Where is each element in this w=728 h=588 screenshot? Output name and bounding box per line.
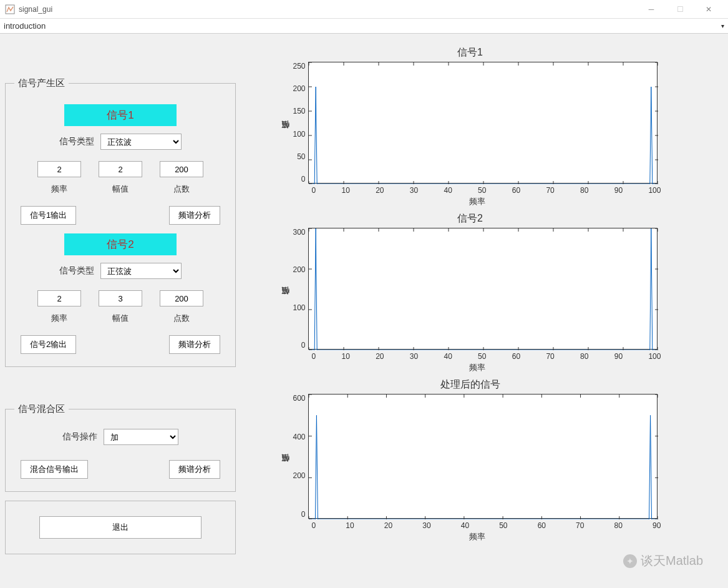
- menubar: introduction ▾: [0, 19, 728, 34]
- chart-title: 信号1: [457, 46, 483, 59]
- signal2-type-select[interactable]: 正弦波: [100, 263, 182, 279]
- maximize-button[interactable]: ☐: [666, 0, 694, 19]
- signal1-spectrum-button[interactable]: 频谱分析: [169, 206, 220, 225]
- mix-op-label: 信号操作: [62, 431, 97, 443]
- chart-yticks: 3002001000: [293, 228, 308, 350]
- titlebar: signal_gui ─ ☐ ✕: [0, 0, 728, 19]
- chart-0: 信号1幅值25020015010050001020304050607080901…: [248, 46, 692, 207]
- signal2-freq-label: 频率: [51, 313, 67, 324]
- window-title: signal_gui: [19, 5, 52, 14]
- chart-title: 处理后的信号: [440, 378, 500, 391]
- signal-generation-panel: 信号产生区 信号1 信号类型 正弦波 频率 幅值: [5, 77, 236, 367]
- chart-plot-area: [308, 62, 658, 184]
- signal2-amp-label: 幅值: [112, 313, 129, 324]
- exit-panel: 退出: [5, 501, 236, 554]
- exit-button[interactable]: 退出: [39, 516, 201, 539]
- chart-plot-area: [308, 228, 658, 350]
- signal-generation-legend: 信号产生区: [14, 77, 69, 89]
- signal1-freq-input[interactable]: [37, 161, 81, 177]
- signal-mix-panel: 信号混合区 信号操作 加 混合信号输出 频谱分析: [5, 403, 236, 492]
- signal1-freq-label: 频率: [51, 184, 67, 195]
- signal2-header: 信号2: [64, 233, 177, 255]
- menu-introduction[interactable]: introduction: [4, 21, 46, 31]
- close-button[interactable]: ✕: [694, 0, 723, 19]
- chart-xticks: 0102030405060708090100: [312, 186, 661, 195]
- chart-1: 信号2幅值30020010000102030405060708090100频率: [248, 212, 692, 373]
- signal2-points-label: 点数: [173, 313, 190, 324]
- chart-xlabel: 频率: [293, 531, 661, 542]
- signal1-amp-input[interactable]: [99, 161, 142, 177]
- signal1-output-button[interactable]: 信号1输出: [21, 206, 76, 225]
- app-icon: [5, 4, 15, 14]
- chart-2: 处理后的信号幅值60040020000102030405060708090频率: [248, 378, 692, 542]
- mix-op-select[interactable]: 加: [104, 429, 178, 445]
- mix-spectrum-button[interactable]: 频谱分析: [169, 460, 220, 479]
- signal1-amp-label: 幅值: [112, 184, 129, 195]
- signal2-type-label: 信号类型: [59, 265, 94, 277]
- signal1-header: 信号1: [64, 104, 177, 126]
- chart-xlabel: 频率: [293, 362, 661, 373]
- signal2-amp-input[interactable]: [99, 290, 142, 306]
- chart-xlabel: 频率: [293, 196, 661, 207]
- minimize-button[interactable]: ─: [637, 0, 666, 19]
- chart-yticks: 250200150100500: [293, 62, 308, 184]
- signal1-type-select[interactable]: 正弦波: [100, 134, 182, 150]
- signal-mix-legend: 信号混合区: [14, 403, 69, 415]
- signal1-type-label: 信号类型: [59, 136, 94, 147]
- menu-dropdown-icon[interactable]: ▾: [721, 22, 724, 29]
- signal1-points-input[interactable]: [160, 161, 203, 177]
- signal1-points-label: 点数: [173, 184, 190, 195]
- chart-plot-area: [308, 394, 658, 519]
- mix-output-button[interactable]: 混合信号输出: [21, 460, 88, 479]
- signal2-points-input[interactable]: [160, 290, 203, 306]
- signal2-spectrum-button[interactable]: 频谱分析: [169, 335, 220, 354]
- chart-title: 信号2: [457, 212, 483, 225]
- chart-xticks: 0102030405060708090: [312, 521, 661, 530]
- chart-xticks: 0102030405060708090100: [312, 352, 661, 361]
- chart-yticks: 6004002000: [293, 394, 308, 519]
- signal2-freq-input[interactable]: [37, 290, 81, 306]
- signal2-output-button[interactable]: 信号2输出: [21, 335, 76, 354]
